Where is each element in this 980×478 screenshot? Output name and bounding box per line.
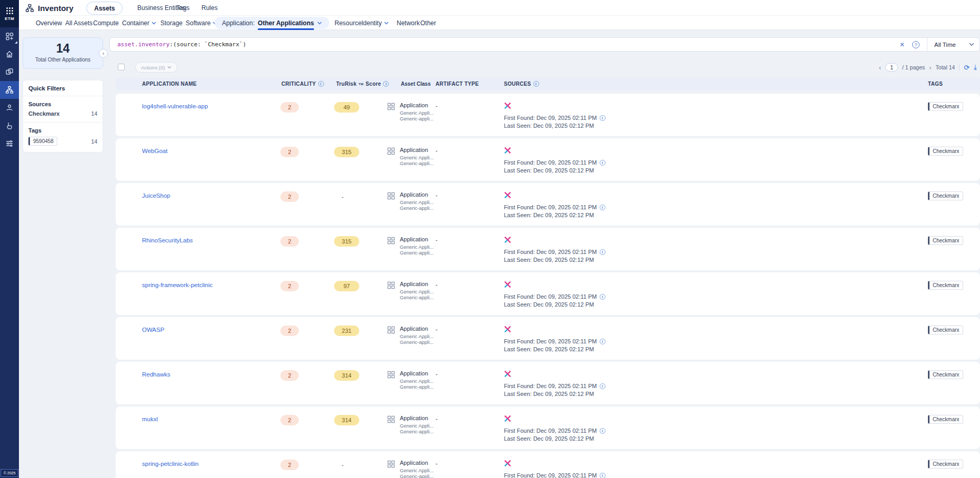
collapse-panel-button[interactable]: ‹ bbox=[99, 49, 108, 58]
row-tag-chip[interactable]: Checkmarx bbox=[928, 102, 963, 111]
info-icon[interactable]: i bbox=[318, 81, 324, 87]
nav-other[interactable]: Other bbox=[420, 16, 436, 30]
nav-compute[interactable]: Compute bbox=[93, 16, 119, 30]
refresh-icon[interactable]: ⟳ bbox=[964, 64, 969, 72]
filter-tag-row: 9590458 14 bbox=[23, 136, 103, 152]
time-range-select[interactable]: All Time bbox=[927, 38, 979, 51]
col-application-name[interactable]: APPLICATION NAME bbox=[142, 78, 197, 90]
application-name-link[interactable]: log4shell-vulnerable-app bbox=[142, 103, 208, 109]
sidebar-item-inventory[interactable] bbox=[0, 81, 19, 99]
asset-class-icon bbox=[387, 371, 395, 381]
prev-page-icon[interactable]: ‹ bbox=[879, 64, 881, 72]
asset-class-subtype: Generic Appli... bbox=[400, 378, 433, 384]
query-search-bar: asset.inventory:(source: `Checkmarx`) ✕ … bbox=[109, 37, 980, 52]
application-name-link[interactable]: JuiceShop bbox=[142, 192, 170, 199]
download-icon[interactable]: ⤓ bbox=[974, 63, 977, 72]
asset-class-type: Application bbox=[400, 102, 428, 108]
nav-storage[interactable]: Storage bbox=[160, 16, 183, 30]
app-launcher[interactable]: ETM bbox=[0, 0, 19, 27]
total-count-label: Total Other Applications bbox=[23, 57, 103, 63]
col-criticality[interactable]: CRITICALITY i bbox=[281, 78, 324, 90]
info-icon[interactable]: i bbox=[600, 428, 605, 434]
sidebar-item-dashboard[interactable] bbox=[0, 63, 19, 81]
artifact-type-value: - bbox=[436, 281, 438, 288]
asset-class-icon bbox=[387, 326, 395, 336]
col-sources[interactable]: SOURCES i bbox=[504, 78, 539, 90]
criticality-badge: 2 bbox=[280, 236, 299, 247]
application-name-link[interactable]: OWASP bbox=[142, 327, 164, 333]
info-icon[interactable]: i bbox=[600, 339, 605, 344]
info-icon[interactable]: i bbox=[383, 81, 389, 87]
nav-resource[interactable]: Resource bbox=[335, 16, 361, 30]
col-asset-class[interactable]: Asset Class bbox=[401, 78, 431, 90]
last-seen: Last Seen: Dec 09, 2025 02:12 PM bbox=[504, 167, 594, 174]
info-icon[interactable]: i bbox=[600, 249, 605, 255]
info-icon[interactable]: i bbox=[600, 160, 605, 166]
trurisk-score: 231 bbox=[334, 326, 359, 336]
sidebar-item-services[interactable] bbox=[0, 99, 19, 117]
sidebar-item-home[interactable] bbox=[0, 45, 19, 63]
home-icon bbox=[5, 50, 14, 58]
last-seen: Last Seen: Dec 09, 2025 02:12 PM bbox=[504, 301, 594, 308]
application-name-link[interactable]: RhinoSecurityLabs bbox=[142, 237, 193, 243]
asset-class-icon bbox=[387, 147, 395, 157]
col-artifact-type[interactable]: ARTIFACT TYPE bbox=[436, 78, 479, 90]
row-tag-chip[interactable]: Checkmarx bbox=[928, 147, 963, 156]
tab-tags[interactable]: Tags bbox=[176, 0, 189, 16]
application-name-link[interactable]: Redhawks bbox=[142, 371, 170, 378]
clear-query-icon[interactable]: ✕ bbox=[900, 41, 905, 48]
col-tags[interactable]: TAGS bbox=[928, 78, 943, 90]
nav-software[interactable]: Software bbox=[186, 16, 217, 30]
actions-button[interactable]: Actions (0) bbox=[135, 62, 177, 73]
info-icon[interactable]: i bbox=[600, 473, 605, 478]
row-tag-chip[interactable]: Checkmarx bbox=[928, 326, 963, 334]
col-trurisk-score[interactable]: TruRiskTMScore i bbox=[336, 78, 389, 90]
filter-source-checkmarx[interactable]: Checkmarx 14 bbox=[23, 109, 103, 122]
row-tag-chip[interactable]: Checkmarx bbox=[928, 415, 963, 424]
row-tag-chip[interactable]: Checkmarx bbox=[928, 281, 963, 290]
row-tag-chip[interactable]: Checkmarx bbox=[928, 236, 963, 245]
sidebar-item-configuration[interactable] bbox=[0, 135, 19, 152]
checkmarx-source-icon bbox=[504, 460, 511, 469]
nav-all-assets[interactable]: All Assets bbox=[65, 16, 93, 30]
nav-application-group[interactable]: Application: Other Applications bbox=[215, 17, 329, 29]
application-name-link[interactable]: spring-petclinic-kotlin bbox=[142, 461, 198, 467]
table-row: WebGoat 2 315 Application Generic Appli.… bbox=[116, 138, 980, 181]
tab-rules[interactable]: Rules bbox=[201, 0, 218, 16]
info-icon[interactable]: i bbox=[600, 205, 605, 210]
query-input[interactable]: asset.inventory:(source: `Checkmarx`) bbox=[117, 41, 900, 48]
total-count: 14 bbox=[23, 42, 103, 56]
application-name-link[interactable]: WebGoat bbox=[142, 148, 167, 154]
page-number-input[interactable]: 1 bbox=[885, 63, 898, 72]
asset-class-subtype: Generic Appli... bbox=[400, 423, 433, 429]
tag-chip-9590458[interactable]: 9590458 bbox=[28, 137, 57, 146]
nav-container[interactable]: Container bbox=[122, 16, 156, 30]
application-name-link[interactable]: spring-framework-petclinic bbox=[142, 282, 213, 288]
sliders-icon bbox=[5, 139, 14, 148]
select-all-checkbox[interactable] bbox=[118, 64, 125, 70]
asset-class-subtype2: Generic-appli... bbox=[400, 384, 433, 390]
row-tag-chip[interactable]: Checkmarx bbox=[928, 460, 963, 469]
nav-overview[interactable]: Overview bbox=[36, 16, 62, 30]
row-tag-chip[interactable]: Checkmarx bbox=[928, 191, 963, 200]
trurisk-score: 49 bbox=[334, 102, 359, 113]
row-tag-chip[interactable]: Checkmarx bbox=[928, 370, 963, 379]
info-icon[interactable]: i bbox=[600, 115, 605, 121]
checkmarx-source-icon bbox=[504, 102, 511, 111]
info-icon[interactable]: i bbox=[600, 383, 605, 389]
tab-assets[interactable]: Assets bbox=[86, 2, 123, 15]
artifact-type-value: - bbox=[436, 460, 438, 466]
nav-identity[interactable]: Identity bbox=[361, 16, 389, 30]
last-seen: Last Seen: Dec 09, 2025 02:12 PM bbox=[504, 257, 594, 263]
checkmarx-source-icon bbox=[504, 191, 511, 201]
application-name-link[interactable]: mukxl bbox=[142, 416, 158, 422]
info-icon[interactable]: i bbox=[533, 81, 539, 87]
help-icon[interactable]: ? bbox=[912, 41, 920, 48]
filter-count: 14 bbox=[91, 138, 97, 145]
sidebar-item-modules[interactable] bbox=[0, 27, 19, 45]
nav-network[interactable]: Network bbox=[397, 16, 420, 30]
sidebar-item-response[interactable] bbox=[0, 117, 19, 135]
next-page-icon[interactable]: › bbox=[929, 64, 931, 72]
asset-class-type: Application bbox=[400, 460, 428, 466]
info-icon[interactable]: i bbox=[600, 294, 605, 300]
